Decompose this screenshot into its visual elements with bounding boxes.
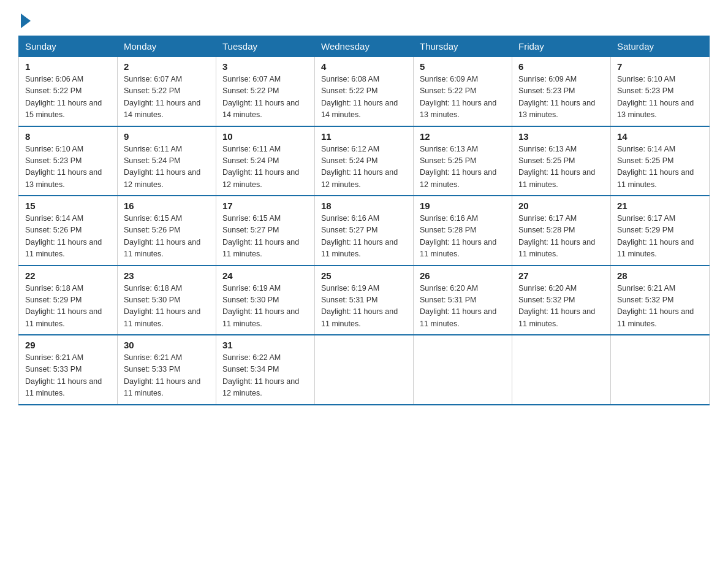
day-number: 27 — [518, 270, 604, 281]
calendar-week-row: 8Sunrise: 6:10 AMSunset: 5:23 PMDaylight… — [19, 126, 710, 196]
day-number: 30 — [124, 340, 210, 350]
day-info: Sunrise: 6:18 AMSunset: 5:30 PMDaylight:… — [124, 283, 210, 331]
day-info: Sunrise: 6:15 AMSunset: 5:26 PMDaylight:… — [124, 213, 210, 261]
day-number: 22 — [25, 270, 111, 281]
day-number: 25 — [321, 270, 407, 281]
calendar-cell: 12Sunrise: 6:13 AMSunset: 5:25 PMDayligh… — [414, 126, 512, 196]
calendar-cell: 25Sunrise: 6:19 AMSunset: 5:31 PMDayligh… — [315, 266, 414, 335]
weekday-header-saturday: Saturday — [611, 36, 710, 57]
calendar-cell: 3Sunrise: 6:07 AMSunset: 5:22 PMDaylight… — [216, 57, 315, 126]
logo — [18, 12, 31, 26]
day-info: Sunrise: 6:20 AMSunset: 5:32 PMDaylight:… — [518, 283, 604, 331]
day-info: Sunrise: 6:21 AMSunset: 5:33 PMDaylight:… — [25, 352, 111, 400]
day-number: 7 — [617, 61, 703, 72]
day-number: 1 — [25, 61, 111, 72]
day-number: 31 — [222, 340, 308, 350]
day-info: Sunrise: 6:20 AMSunset: 5:31 PMDaylight:… — [420, 283, 506, 331]
day-info: Sunrise: 6:12 AMSunset: 5:24 PMDaylight:… — [321, 144, 407, 191]
calendar-cell: 20Sunrise: 6:17 AMSunset: 5:28 PMDayligh… — [512, 196, 611, 266]
calendar-cell: 23Sunrise: 6:18 AMSunset: 5:30 PMDayligh… — [118, 266, 216, 335]
calendar-cell: 14Sunrise: 6:14 AMSunset: 5:25 PMDayligh… — [611, 126, 710, 196]
day-info: Sunrise: 6:11 AMSunset: 5:24 PMDaylight:… — [124, 144, 210, 191]
calendar-cell: 27Sunrise: 6:20 AMSunset: 5:32 PMDayligh… — [512, 266, 611, 335]
day-info: Sunrise: 6:21 AMSunset: 5:32 PMDaylight:… — [617, 283, 703, 331]
calendar-cell — [315, 335, 414, 405]
day-number: 15 — [25, 201, 111, 211]
day-info: Sunrise: 6:16 AMSunset: 5:27 PMDaylight:… — [321, 213, 407, 261]
day-info: Sunrise: 6:21 AMSunset: 5:33 PMDaylight:… — [124, 352, 210, 400]
calendar-cell — [512, 335, 611, 405]
day-number: 12 — [420, 131, 506, 142]
calendar-cell: 11Sunrise: 6:12 AMSunset: 5:24 PMDayligh… — [315, 126, 414, 196]
calendar-cell: 26Sunrise: 6:20 AMSunset: 5:31 PMDayligh… — [414, 266, 512, 335]
day-number: 24 — [222, 270, 308, 281]
weekday-header-sunday: Sunday — [19, 36, 118, 57]
day-number: 11 — [321, 131, 407, 142]
day-info: Sunrise: 6:19 AMSunset: 5:31 PMDaylight:… — [321, 283, 407, 331]
day-info: Sunrise: 6:14 AMSunset: 5:25 PMDaylight:… — [617, 144, 703, 191]
day-info: Sunrise: 6:18 AMSunset: 5:29 PMDaylight:… — [25, 283, 111, 331]
calendar-cell — [611, 335, 710, 405]
day-number: 5 — [420, 61, 506, 72]
day-number: 28 — [617, 270, 703, 281]
calendar-cell: 24Sunrise: 6:19 AMSunset: 5:30 PMDayligh… — [216, 266, 315, 335]
calendar-cell: 6Sunrise: 6:09 AMSunset: 5:23 PMDaylight… — [512, 57, 611, 126]
day-info: Sunrise: 6:14 AMSunset: 5:26 PMDaylight:… — [25, 213, 111, 261]
day-info: Sunrise: 6:10 AMSunset: 5:23 PMDaylight:… — [25, 144, 111, 191]
calendar-cell: 29Sunrise: 6:21 AMSunset: 5:33 PMDayligh… — [19, 335, 118, 405]
day-info: Sunrise: 6:13 AMSunset: 5:25 PMDaylight:… — [518, 144, 604, 191]
calendar-cell: 9Sunrise: 6:11 AMSunset: 5:24 PMDaylight… — [118, 126, 216, 196]
calendar-cell: 15Sunrise: 6:14 AMSunset: 5:26 PMDayligh… — [19, 196, 118, 266]
day-number: 29 — [25, 340, 111, 350]
weekday-header-monday: Monday — [118, 36, 216, 57]
calendar-week-row: 22Sunrise: 6:18 AMSunset: 5:29 PMDayligh… — [19, 266, 710, 335]
day-info: Sunrise: 6:06 AMSunset: 5:22 PMDaylight:… — [25, 74, 111, 121]
day-number: 9 — [124, 131, 210, 142]
day-number: 14 — [617, 131, 703, 142]
calendar-cell: 10Sunrise: 6:11 AMSunset: 5:24 PMDayligh… — [216, 126, 315, 196]
day-info: Sunrise: 6:16 AMSunset: 5:28 PMDaylight:… — [420, 213, 506, 261]
day-number: 16 — [124, 201, 210, 211]
calendar-cell — [414, 335, 512, 405]
calendar-cell: 19Sunrise: 6:16 AMSunset: 5:28 PMDayligh… — [414, 196, 512, 266]
day-info: Sunrise: 6:13 AMSunset: 5:25 PMDaylight:… — [420, 144, 506, 191]
calendar-cell: 2Sunrise: 6:07 AMSunset: 5:22 PMDaylight… — [118, 57, 216, 126]
weekday-header-thursday: Thursday — [414, 36, 512, 57]
day-number: 20 — [518, 201, 604, 211]
day-number: 23 — [124, 270, 210, 281]
weekday-header-friday: Friday — [512, 36, 611, 57]
calendar-week-row: 15Sunrise: 6:14 AMSunset: 5:26 PMDayligh… — [19, 196, 710, 266]
calendar-cell: 5Sunrise: 6:09 AMSunset: 5:22 PMDaylight… — [414, 57, 512, 126]
day-number: 10 — [222, 131, 308, 142]
day-info: Sunrise: 6:08 AMSunset: 5:22 PMDaylight:… — [321, 74, 407, 121]
calendar-cell: 7Sunrise: 6:10 AMSunset: 5:23 PMDaylight… — [611, 57, 710, 126]
weekday-header-tuesday: Tuesday — [216, 36, 315, 57]
calendar-table: SundayMondayTuesdayWednesdayThursdayFrid… — [18, 36, 710, 405]
day-info: Sunrise: 6:09 AMSunset: 5:23 PMDaylight:… — [518, 74, 604, 121]
day-number: 19 — [420, 201, 506, 211]
day-info: Sunrise: 6:07 AMSunset: 5:22 PMDaylight:… — [222, 74, 308, 121]
calendar-cell: 28Sunrise: 6:21 AMSunset: 5:32 PMDayligh… — [611, 266, 710, 335]
day-info: Sunrise: 6:19 AMSunset: 5:30 PMDaylight:… — [222, 283, 308, 331]
day-number: 2 — [124, 61, 210, 72]
weekday-header-wednesday: Wednesday — [315, 36, 414, 57]
calendar-cell: 21Sunrise: 6:17 AMSunset: 5:29 PMDayligh… — [611, 196, 710, 266]
day-number: 18 — [321, 201, 407, 211]
weekday-header-row: SundayMondayTuesdayWednesdayThursdayFrid… — [19, 36, 710, 57]
day-number: 8 — [25, 131, 111, 142]
calendar-cell: 4Sunrise: 6:08 AMSunset: 5:22 PMDaylight… — [315, 57, 414, 126]
logo-arrow-icon — [21, 13, 31, 28]
day-info: Sunrise: 6:07 AMSunset: 5:22 PMDaylight:… — [124, 74, 210, 121]
page-header — [18, 12, 710, 26]
calendar-cell: 18Sunrise: 6:16 AMSunset: 5:27 PMDayligh… — [315, 196, 414, 266]
calendar-week-row: 1Sunrise: 6:06 AMSunset: 5:22 PMDaylight… — [19, 57, 710, 126]
day-number: 17 — [222, 201, 308, 211]
calendar-cell: 1Sunrise: 6:06 AMSunset: 5:22 PMDaylight… — [19, 57, 118, 126]
calendar-cell: 31Sunrise: 6:22 AMSunset: 5:34 PMDayligh… — [216, 335, 315, 405]
calendar-cell: 8Sunrise: 6:10 AMSunset: 5:23 PMDaylight… — [19, 126, 118, 196]
day-info: Sunrise: 6:09 AMSunset: 5:22 PMDaylight:… — [420, 74, 506, 121]
day-number: 4 — [321, 61, 407, 72]
calendar-cell: 30Sunrise: 6:21 AMSunset: 5:33 PMDayligh… — [118, 335, 216, 405]
day-info: Sunrise: 6:22 AMSunset: 5:34 PMDaylight:… — [222, 352, 308, 400]
day-number: 13 — [518, 131, 604, 142]
